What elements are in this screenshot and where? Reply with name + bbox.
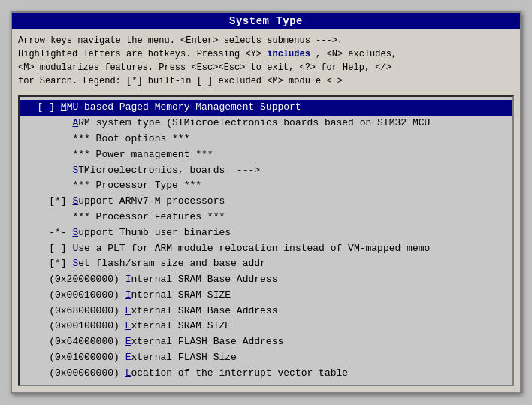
menu-item-internal-sram-base[interactable]: (0x20000000) Internal SRAM Base Address: [20, 272, 512, 288]
menu-item-external-sram-size[interactable]: (0x00100000) External SRAM SIZE: [20, 319, 512, 334]
help-line-2: Highlighted letters are hotkeys. Pressin…: [18, 47, 514, 61]
menu-item-arm-system-type[interactable]: ARM system type (STMicroelectronics boar…: [20, 116, 512, 131]
help-line-4: for Search. Legend: [*] built-in [ ] exc…: [18, 74, 514, 88]
menu-item-stmicro[interactable]: STMicroelectronics, boards --->: [20, 163, 512, 179]
menu-item-set-flash[interactable]: [*] Set flash/sram size and base addr: [20, 256, 512, 272]
menu-area[interactable]: [ ] MMU-based Paged Memory Management Su…: [18, 95, 514, 385]
title-bar: System Type: [12, 13, 520, 29]
menu-item-thumb[interactable]: -*- Support Thumb user binaries: [20, 225, 512, 241]
menu-item-interrupt-vector[interactable]: (0x00000000) Location of the interrupt v…: [20, 366, 512, 382]
menu-item-power-mgmt: *** Power management ***: [20, 147, 512, 163]
menu-item-boot-options: *** Boot options ***: [20, 131, 512, 147]
menu-item-external-sram-base[interactable]: (0x68000000) External SRAM Base Address: [20, 304, 512, 319]
menu-item-processor-type: *** Processor Type ***: [20, 178, 512, 194]
window-title: System Type: [229, 15, 303, 27]
menu-item-external-flash-size[interactable]: (0x01000000) External FLASH Size: [20, 350, 512, 366]
menu-item-plt[interactable]: [ ] Use a PLT for ARM module relocation …: [20, 241, 512, 257]
menu-item-armv7m[interactable]: [*] Support ARMv7-M processors: [20, 194, 512, 210]
menu-item-processor-features: *** Processor Features ***: [20, 210, 512, 225]
help-line-1: Arrow keys navigate the menu. <Enter> se…: [18, 34, 514, 47]
system-type-window: System Type Arrow keys navigate the menu…: [11, 11, 521, 393]
help-line-3: <M> modularizes features. Press <Esc><Es…: [18, 61, 514, 74]
menu-item-external-flash-base[interactable]: (0x64000000) External FLASH Base Address: [20, 334, 512, 350]
menu-item-mmu[interactable]: [ ] MMU-based Paged Memory Management Su…: [20, 100, 512, 116]
menu-item-internal-sram-size[interactable]: (0x00010000) Internal SRAM SIZE: [20, 288, 512, 304]
help-text-area: Arrow keys navigate the menu. <Enter> se…: [12, 29, 520, 92]
